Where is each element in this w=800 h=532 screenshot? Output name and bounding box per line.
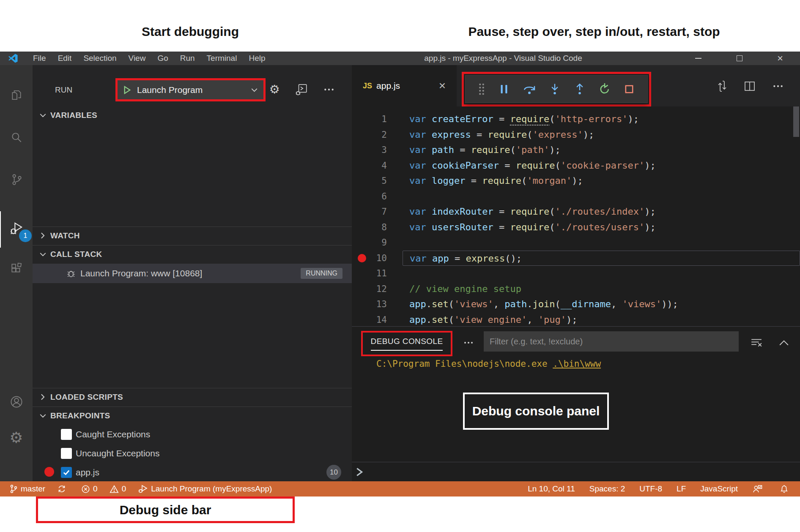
status-sync[interactable]: [57, 484, 69, 494]
gutter[interactable]: 8: [352, 220, 403, 235]
menu-file[interactable]: File: [27, 52, 52, 65]
gutter[interactable]: 3: [352, 142, 403, 158]
section-loaded-scripts[interactable]: LOADED SCRIPTS: [33, 388, 352, 406]
panel-more-actions-icon[interactable]: [462, 336, 475, 349]
launch-config-dropdown[interactable]: Launch Program: [118, 80, 263, 99]
search-icon[interactable]: [0, 125, 33, 150]
tab-label: app.js: [376, 81, 400, 91]
breakpoint-checkbox[interactable]: [61, 448, 72, 459]
tab-debug-console[interactable]: DEBUG CONSOLE: [371, 337, 443, 351]
status-branch[interactable]: master: [9, 484, 45, 494]
menu-run[interactable]: Run: [174, 52, 201, 65]
restart-icon[interactable]: [598, 83, 611, 95]
gutter[interactable]: 9: [352, 235, 403, 251]
code-editor[interactable]: 1var createError = require('http-errors'…: [352, 112, 800, 327]
gutter[interactable]: 10: [352, 251, 403, 266]
status-warning[interactable]: 0: [110, 484, 126, 494]
status-feedback-icon[interactable]: [752, 484, 765, 494]
step-over-icon[interactable]: [523, 82, 536, 96]
configure-gear-icon[interactable]: ⚙: [268, 83, 281, 96]
code-line-1[interactable]: 1var createError = require('http-errors'…: [352, 112, 800, 127]
editor-scrollbar[interactable]: [793, 106, 799, 137]
status-bar: master00Launch Program (myExpressApp) Ln…: [0, 481, 800, 497]
status-error[interactable]: 0: [81, 484, 98, 494]
tab-close-icon[interactable]: ×: [439, 80, 446, 92]
explorer-icon[interactable]: [0, 82, 33, 108]
code-line-9[interactable]: 9: [352, 235, 800, 251]
split-editor-icon[interactable]: [743, 79, 756, 93]
pause-icon[interactable]: [498, 83, 510, 95]
more-actions-icon[interactable]: [322, 83, 336, 96]
status-left: master00Launch Program (myExpressApp): [9, 484, 284, 494]
breakpoint-dot[interactable]: [358, 254, 366, 262]
gutter[interactable]: 4: [352, 158, 403, 174]
call-stack-session-row[interactable]: Launch Program: www [10868] RUNNING: [33, 264, 352, 283]
menu-edit[interactable]: Edit: [52, 52, 78, 65]
window-maximize-button[interactable]: [730, 52, 749, 65]
console-output-line[interactable]: C:\Program Files\nodejs\node.exe .\bin\w…: [376, 359, 601, 369]
gutter[interactable]: 12: [352, 281, 403, 297]
console-filter-input[interactable]: [484, 331, 739, 352]
status-debug[interactable]: Launch Program (myExpressApp): [138, 484, 272, 494]
tab-app-js[interactable]: JS app.js ×: [352, 65, 457, 106]
debug-console-icon[interactable]: [295, 83, 308, 96]
breakpoint-row[interactable]: Uncaught Exceptions: [33, 444, 352, 463]
code-line-11[interactable]: 11: [352, 266, 800, 281]
step-out-icon[interactable]: [573, 82, 586, 96]
accounts-icon[interactable]: [0, 389, 33, 415]
breakpoint-checkbox[interactable]: [61, 467, 72, 478]
status-ln-10-col-11[interactable]: Ln 10, Col 11: [528, 484, 575, 494]
gutter[interactable]: 2: [352, 127, 403, 143]
section-variables[interactable]: VARIABLES: [33, 106, 352, 124]
extensions-icon[interactable]: [0, 256, 33, 281]
code-line-4[interactable]: 4var cookieParser = require('cookie-pars…: [352, 158, 800, 174]
toolbar-grip-icon[interactable]: [478, 83, 485, 95]
window-close-button[interactable]: ×: [770, 52, 790, 65]
editor-more-actions-icon[interactable]: [771, 79, 785, 93]
menu-go[interactable]: Go: [151, 52, 174, 65]
console-output-link[interactable]: .\bin\www: [553, 359, 601, 369]
gutter[interactable]: 7: [352, 204, 403, 220]
breakpoint-row[interactable]: app.js10: [33, 463, 352, 482]
code-line-2[interactable]: 2var express = require('express');: [352, 127, 800, 143]
code-line-7[interactable]: 7var indexRouter = require('./routes/ind…: [352, 204, 800, 220]
gutter[interactable]: 6: [352, 189, 403, 205]
menu-view[interactable]: View: [123, 52, 152, 65]
code-line-13[interactable]: 13app.set('views', path.join(__dirname, …: [352, 297, 800, 312]
status-utf-8[interactable]: UTF-8: [639, 484, 662, 494]
section-watch[interactable]: WATCH: [33, 226, 352, 244]
maximize-panel-icon[interactable]: [777, 336, 791, 349]
code-line-5[interactable]: 5var logger = require('morgan');: [352, 173, 800, 189]
menu-help[interactable]: Help: [243, 52, 271, 65]
open-changes-icon[interactable]: [715, 79, 729, 93]
source-control-icon[interactable]: [0, 167, 33, 192]
code-line-14[interactable]: 14app.set('view engine', 'pug');: [352, 312, 800, 328]
menu-terminal[interactable]: Terminal: [201, 52, 243, 65]
stop-icon[interactable]: [623, 83, 635, 95]
start-debug-icon[interactable]: [123, 86, 131, 94]
code-line-3[interactable]: 3var path = require('path');: [352, 142, 800, 158]
code-line-12[interactable]: 12// view engine setup: [352, 281, 800, 297]
status-javascript[interactable]: JavaScript: [700, 484, 738, 494]
code-line-6[interactable]: 6: [352, 189, 800, 205]
code-line-10[interactable]: 10var app = express();: [352, 251, 800, 266]
menu-selection[interactable]: Selection: [77, 52, 122, 65]
window-minimize-button[interactable]: [688, 52, 708, 65]
code-line-8[interactable]: 8var usersRouter = require('./routes/use…: [352, 220, 800, 235]
gutter[interactable]: 14: [352, 312, 403, 328]
clear-console-icon[interactable]: [749, 336, 764, 349]
gutter[interactable]: 1: [352, 112, 403, 127]
status-lf[interactable]: LF: [677, 484, 686, 494]
gutter[interactable]: 13: [352, 297, 403, 312]
console-input-row[interactable]: [352, 462, 800, 482]
breakpoint-row[interactable]: Caught Exceptions: [33, 425, 352, 444]
gutter[interactable]: 11: [352, 266, 403, 281]
status-bell-icon[interactable]: [780, 484, 792, 494]
section-call-stack[interactable]: CALL STACK: [33, 245, 352, 263]
step-into-icon[interactable]: [548, 82, 561, 96]
section-breakpoints[interactable]: BREAKPOINTS: [33, 407, 352, 424]
breakpoint-checkbox[interactable]: [61, 429, 72, 440]
settings-gear-icon[interactable]: ⚙: [0, 425, 33, 450]
gutter[interactable]: 5: [352, 173, 403, 189]
status-spaces-2[interactable]: Spaces: 2: [589, 484, 625, 494]
